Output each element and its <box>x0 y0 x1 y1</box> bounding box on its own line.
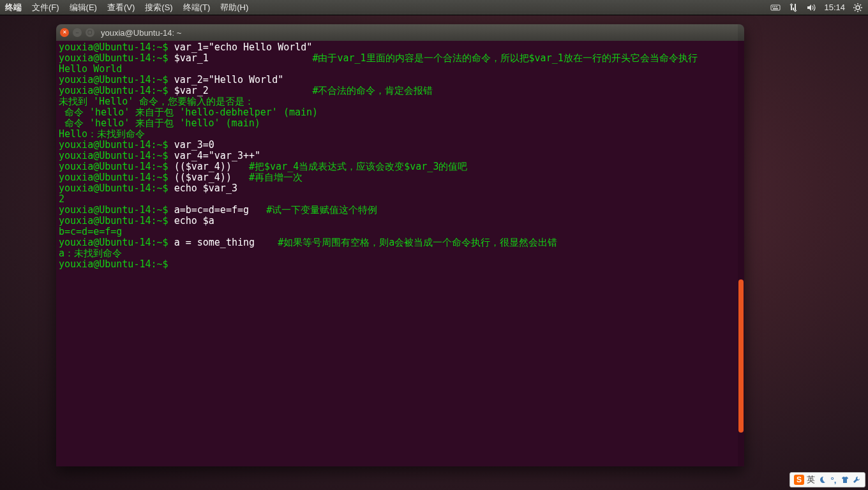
ime-language-label: 英 <box>807 474 815 486</box>
terminal-line: youxia@Ubuntu-14:~$ var_2="Hello World" <box>59 75 742 85</box>
menu-search[interactable]: 搜索(S) <box>145 2 172 13</box>
terminal-body[interactable]: youxia@Ubuntu-14:~$ var_1="echo Hello Wo… <box>56 41 744 466</box>
moon-icon[interactable] <box>818 475 827 484</box>
scrollbar[interactable] <box>738 24 744 466</box>
menu-terminal[interactable]: 终端(T) <box>183 2 211 13</box>
svg-rect-2 <box>774 6 775 8</box>
punctuation-icon[interactable]: °, <box>829 475 838 484</box>
clock[interactable]: 15:14 <box>824 3 845 12</box>
terminal-line: youxia@Ubuntu-14:~$ (($var_4)) #把$var_4当… <box>59 161 742 172</box>
terminal-line: youxia@Ubuntu-14:~$ <box>59 259 742 270</box>
terminal-line: youxia@Ubuntu-14:~$ $var_1 #由于var_1里面的内容… <box>59 53 742 64</box>
terminal-line: 未找到 'Hello' 命令，您要输入的是否是： <box>59 96 742 107</box>
window-titlebar[interactable]: ✕ – ▢ youxia@Ubuntu-14: ~ <box>56 24 744 41</box>
terminal-line: youxia@Ubuntu-14:~$ a=b=c=d=e=f=g #试一下变量… <box>59 205 742 216</box>
scrollbar-thumb[interactable] <box>738 279 744 433</box>
minimize-button[interactable]: – <box>73 28 82 37</box>
system-menu-bar: 终端 文件(F) 编辑(E) 查看(V) 搜索(S) 终端(T) 帮助(H) 1… <box>0 0 868 15</box>
terminal-line: a：未找到命令 <box>59 248 742 259</box>
terminal-line: youxia@Ubuntu-14:~$ echo $var_3 <box>59 183 742 194</box>
ime-tray[interactable]: S 英 °, <box>789 472 865 487</box>
terminal-window: ✕ – ▢ youxia@Ubuntu-14: ~ youxia@Ubuntu-… <box>56 24 744 466</box>
terminal-line: youxia@Ubuntu-14:~$ var_1="echo Hello Wo… <box>59 42 742 53</box>
svg-line-10 <box>855 4 856 6</box>
menu-help[interactable]: 帮助(H) <box>220 2 248 13</box>
terminal-line: youxia@Ubuntu-14:~$ $var_2 #不合法的命令，肯定会报错 <box>59 85 742 96</box>
svg-line-11 <box>860 10 862 11</box>
svg-line-12 <box>855 10 856 11</box>
terminal-line: b=c=d=e=f=g <box>59 226 742 237</box>
terminal-line: youxia@Ubuntu-14:~$ (($var_4)) #再自增一次 <box>59 172 742 183</box>
sound-icon[interactable] <box>806 3 816 13</box>
terminal-line: youxia@Ubuntu-14:~$ a = some_thing #如果等号… <box>59 237 742 248</box>
terminal-line: 命令 'hello' 来自于包 'hello' (main) <box>59 118 742 129</box>
svg-rect-1 <box>772 6 774 8</box>
menu-edit[interactable]: 编辑(E) <box>70 2 97 13</box>
sogou-icon: S <box>794 475 804 485</box>
menu-file[interactable]: 文件(F) <box>32 2 59 13</box>
svg-rect-4 <box>773 8 778 10</box>
svg-rect-0 <box>771 5 780 10</box>
wrench-icon[interactable] <box>852 475 861 484</box>
terminal-line: Hello World <box>59 64 742 75</box>
svg-rect-3 <box>776 6 777 8</box>
terminal-line: 命令 'hello' 来自于包 'hello-debhelper' (main) <box>59 107 742 118</box>
svg-point-5 <box>856 6 860 10</box>
svg-line-13 <box>860 4 862 6</box>
menu-view[interactable]: 查看(V) <box>107 2 135 13</box>
window-controls: ✕ – ▢ <box>60 28 94 37</box>
terminal-line: youxia@Ubuntu-14:~$ var_3=0 <box>59 140 742 151</box>
close-button[interactable]: ✕ <box>60 28 69 37</box>
gear-icon[interactable] <box>853 3 863 13</box>
system-tray: 15:14 <box>770 3 863 13</box>
shirt-icon[interactable] <box>841 475 849 484</box>
terminal-line: Hello：未找到命令 <box>59 129 742 140</box>
app-name: 终端 <box>5 2 22 13</box>
terminal-line: 2 <box>59 194 742 205</box>
window-title: youxia@Ubuntu-14: ~ <box>101 28 181 38</box>
keyboard-icon[interactable] <box>770 3 781 13</box>
maximize-button[interactable]: ▢ <box>86 28 94 37</box>
network-icon[interactable] <box>788 3 798 13</box>
terminal-line: youxia@Ubuntu-14:~$ echo $a <box>59 216 742 226</box>
terminal-line: youxia@Ubuntu-14:~$ var_4="var_3++" <box>59 151 742 161</box>
